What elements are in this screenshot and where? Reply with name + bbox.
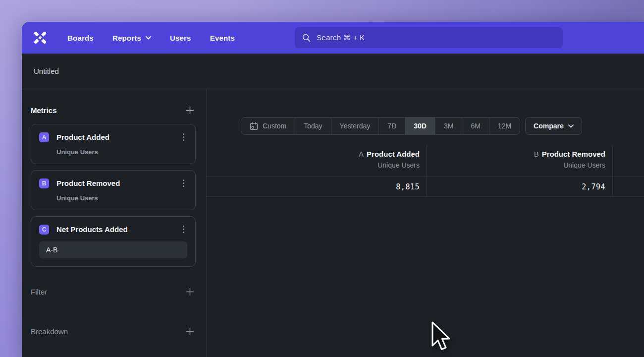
- column-subtitle: Unique Users: [427, 161, 605, 169]
- formula-input[interactable]: [39, 241, 187, 258]
- range-6m[interactable]: 6M: [462, 118, 488, 134]
- metric-badge-c: C: [39, 225, 49, 235]
- column-title: Product Removed: [542, 150, 605, 158]
- value-cell-partial: [613, 177, 644, 197]
- search-icon: [302, 34, 311, 42]
- metrics-section-header: Metrics: [31, 103, 196, 117]
- column-header-b[interactable]: BProduct Removed Unique Users: [427, 145, 613, 177]
- nav-item-boards[interactable]: Boards: [67, 34, 94, 42]
- search-input[interactable]: Search ⌘ + K: [295, 27, 563, 48]
- metric-card-a[interactable]: A Product Added Unique Users: [31, 124, 196, 164]
- results-panel: Custom Today Yesterday 7D 30D 3M 6M 12M …: [207, 89, 644, 357]
- plus-icon: [186, 327, 194, 336]
- add-filter-button[interactable]: [184, 286, 196, 298]
- range-today[interactable]: Today: [295, 118, 330, 134]
- mouse-cursor-icon: [430, 321, 456, 354]
- metric-card-c[interactable]: C Net Products Added: [31, 216, 196, 267]
- results-table: AProduct Added Unique Users BProduct Rem…: [207, 145, 644, 197]
- breakdown-heading: Breakdown: [31, 327, 68, 336]
- metric-measurement[interactable]: Unique Users: [56, 148, 187, 156]
- filter-heading: Filter: [31, 288, 47, 296]
- nav-menu: Boards Reports Users Events: [67, 34, 235, 42]
- metric-badge-b: B: [39, 178, 49, 188]
- metric-card-b[interactable]: B Product Removed Unique Users: [31, 170, 196, 210]
- column-title: Product Added: [367, 150, 420, 158]
- page-title[interactable]: Untitled: [34, 67, 59, 75]
- range-7d[interactable]: 7D: [378, 118, 405, 134]
- range-yesterday[interactable]: Yesterday: [331, 118, 379, 134]
- compare-button[interactable]: Compare: [525, 117, 582, 135]
- range-12m[interactable]: 12M: [489, 118, 520, 134]
- nav-item-reports[interactable]: Reports: [112, 34, 151, 42]
- column-letter: B: [534, 150, 539, 158]
- desktop-background: { "nav": { "logo": "mixpanel-logo", "ite…: [0, 0, 644, 357]
- metric-title[interactable]: Product Added: [56, 133, 109, 141]
- date-range-segmented-control: Custom Today Yesterday 7D 30D 3M 6M 12M: [241, 117, 520, 135]
- add-breakdown-button[interactable]: [184, 325, 196, 337]
- metric-menu-button[interactable]: [180, 178, 187, 189]
- column-letter: A: [359, 150, 364, 158]
- document-header: Untitled: [22, 54, 644, 89]
- range-30d-active[interactable]: 30D: [405, 118, 435, 134]
- chevron-down-icon: [568, 124, 574, 128]
- column-header-partial: [613, 145, 644, 177]
- nav-reports-label: Reports: [112, 34, 141, 42]
- value-cell-b[interactable]: 2,794: [427, 177, 613, 197]
- column-subtitle: Unique Users: [207, 161, 420, 169]
- column-header-a[interactable]: AProduct Added Unique Users: [207, 145, 427, 177]
- calendar-icon: [250, 122, 258, 130]
- metric-badge-a: A: [39, 132, 49, 142]
- breakdown-section-header: Breakdown: [31, 324, 196, 338]
- add-metric-button[interactable]: [184, 104, 196, 116]
- range-custom[interactable]: Custom: [241, 118, 295, 134]
- date-range-toolbar: Custom Today Yesterday 7D 30D 3M 6M 12M …: [241, 117, 582, 135]
- metric-title[interactable]: Net Products Added: [56, 225, 128, 234]
- metric-menu-button[interactable]: [180, 224, 187, 235]
- top-navigation: Boards Reports Users Events Search ⌘ + K: [22, 22, 644, 54]
- app-window: Boards Reports Users Events Search ⌘ + K…: [22, 22, 644, 357]
- content-area: Metrics A Product Added Unique Users B P…: [22, 89, 644, 357]
- nav-users-label: Users: [170, 34, 191, 42]
- nav-item-events[interactable]: Events: [210, 34, 235, 42]
- value-cell-a[interactable]: 8,815: [207, 177, 427, 197]
- range-3m[interactable]: 3M: [435, 118, 462, 134]
- metric-measurement[interactable]: Unique Users: [56, 194, 187, 202]
- plus-icon: [186, 106, 194, 115]
- metric-menu-button[interactable]: [180, 131, 187, 143]
- plus-icon: [186, 288, 194, 296]
- nav-boards-label: Boards: [67, 34, 94, 42]
- range-custom-label: Custom: [263, 122, 286, 130]
- search-placeholder: Search ⌘ + K: [317, 33, 365, 42]
- query-builder-sidebar: Metrics A Product Added Unique Users B P…: [22, 89, 207, 357]
- filter-section-header: Filter: [31, 285, 196, 298]
- metrics-heading: Metrics: [31, 106, 57, 115]
- nav-events-label: Events: [210, 34, 235, 42]
- compare-label: Compare: [534, 122, 564, 130]
- chevron-down-icon: [146, 36, 151, 40]
- mixpanel-logo-icon[interactable]: [31, 28, 50, 47]
- metric-title[interactable]: Product Removed: [56, 179, 120, 187]
- nav-item-users[interactable]: Users: [170, 34, 191, 42]
